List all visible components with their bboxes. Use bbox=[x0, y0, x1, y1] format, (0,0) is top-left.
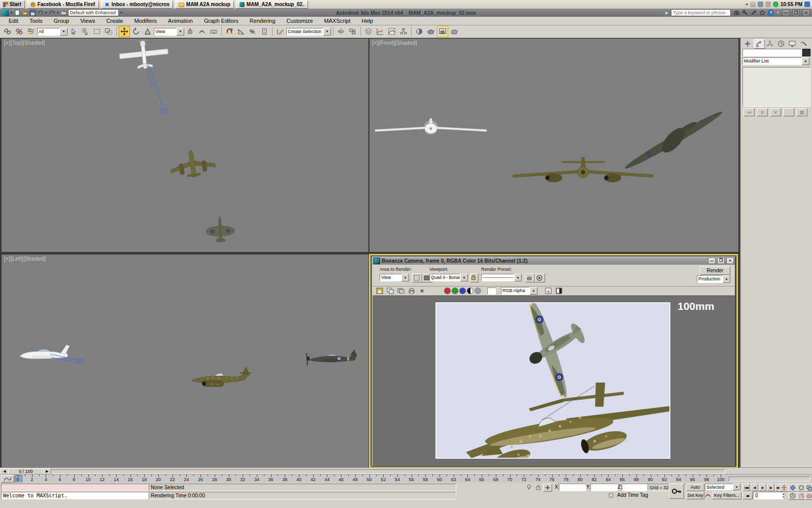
app-menu-arrow-icon[interactable]: ▼ bbox=[10, 11, 13, 14]
start-button[interactable]: Start bbox=[1, 1, 25, 9]
flag-icon[interactable] bbox=[750, 2, 756, 7]
menu-rendering[interactable]: Rendering bbox=[244, 18, 281, 24]
set-keys-button[interactable] bbox=[669, 484, 684, 499]
viewport-left[interactable]: [+][Left][Shaded] bbox=[1, 254, 369, 468]
absolute-offset-toggle-icon[interactable] bbox=[543, 484, 552, 492]
taskbar-button-0[interactable]: Facebook - Mozilla Firefox bbox=[27, 1, 99, 9]
undo-icon[interactable] bbox=[37, 10, 44, 16]
named-selection-dropdown[interactable]: Create Selection Se▼ bbox=[286, 28, 331, 36]
monochrome-channel-icon[interactable] bbox=[467, 288, 473, 294]
workspace-arrow-icon[interactable]: ▼ bbox=[120, 11, 123, 14]
set-key-button[interactable]: Set Key bbox=[686, 492, 704, 499]
previous-frame-icon[interactable]: ◀| bbox=[751, 484, 758, 491]
render-setup-icon[interactable] bbox=[425, 26, 436, 37]
selection-lock-icon[interactable] bbox=[534, 484, 542, 491]
percent-snap-toggle-icon[interactable]: % bbox=[247, 26, 258, 37]
save-image-icon[interactable] bbox=[375, 287, 384, 295]
select-and-scale-icon[interactable] bbox=[142, 26, 153, 37]
network-icon[interactable] bbox=[758, 2, 763, 7]
go-to-start-icon[interactable]: |◀◀ bbox=[742, 484, 750, 491]
pin-stack-button[interactable]: -∞ bbox=[743, 108, 755, 116]
menu-edit[interactable]: Edit bbox=[3, 18, 24, 24]
redo-list-arrow-icon[interactable]: ▼ bbox=[56, 11, 59, 14]
viewport-top[interactable]: [+][Top][Shaded] bbox=[1, 38, 369, 252]
graph-editors-icon[interactable] bbox=[375, 26, 386, 37]
menu-group[interactable]: Group bbox=[48, 18, 75, 24]
mirror-icon[interactable] bbox=[335, 26, 347, 37]
subscription-key-icon[interactable] bbox=[742, 10, 748, 16]
z-coordinate-field[interactable] bbox=[622, 484, 649, 491]
snaps-toggle-icon[interactable]: 3 bbox=[224, 26, 235, 37]
restore-button[interactable]: ❐ bbox=[792, 9, 800, 16]
maxscript-mini-listener[interactable] bbox=[1, 484, 150, 491]
help-icon[interactable]: ? bbox=[768, 10, 774, 16]
key-filters-button[interactable]: Key Filters... bbox=[712, 492, 741, 499]
schematic-view-icon[interactable] bbox=[398, 26, 409, 37]
select-by-name-icon[interactable] bbox=[80, 26, 91, 37]
rfw-titlebar[interactable]: Bonanza Camera, frame 0, RGBA Color 16 B… bbox=[373, 257, 735, 265]
remove-modifier-button[interactable]: ♢ bbox=[783, 108, 794, 116]
material-editor-icon[interactable] bbox=[414, 26, 425, 37]
add-time-tag[interactable]: Add Time Tag bbox=[616, 492, 650, 498]
menu-modifiers[interactable]: Modifiers bbox=[128, 18, 162, 24]
menu-tools[interactable]: Tools bbox=[24, 18, 48, 24]
clone-window-icon[interactable] bbox=[396, 287, 405, 295]
y-coordinate-field[interactable] bbox=[590, 484, 618, 491]
time-configuration-icon[interactable] bbox=[788, 492, 797, 500]
menu-animation[interactable]: Animation bbox=[162, 18, 198, 24]
tab-create[interactable] bbox=[742, 39, 753, 48]
rfw-viewport-dropdown[interactable]: Quad 4 - Bonanza▼ bbox=[429, 274, 468, 281]
environment-effects-button[interactable] bbox=[535, 273, 545, 282]
favorites-star-icon[interactable] bbox=[759, 10, 765, 16]
application-menu-button[interactable] bbox=[2, 10, 9, 16]
production-preset-dropdown[interactable]: Production▼ bbox=[697, 275, 730, 283]
tab-utilities[interactable] bbox=[798, 39, 808, 48]
project-folder-icon[interactable] bbox=[60, 10, 67, 16]
taskbar-button-3[interactable]: MAM_A2A_mockup_02... bbox=[236, 1, 308, 9]
close-button[interactable]: × bbox=[802, 9, 810, 16]
tab-display[interactable] bbox=[787, 39, 797, 48]
zoom-region-icon[interactable] bbox=[805, 492, 812, 500]
speaker-icon[interactable] bbox=[765, 2, 771, 7]
selection-filter-dropdown[interactable]: All▼ bbox=[37, 28, 67, 36]
spinner-snap-toggle-icon[interactable] bbox=[259, 26, 270, 37]
save-file-icon[interactable] bbox=[29, 10, 36, 16]
curve-editor-icon[interactable] bbox=[386, 26, 397, 37]
rectangular-selection-region-icon[interactable] bbox=[91, 26, 103, 37]
green-channel-icon[interactable] bbox=[452, 288, 458, 294]
unlink-selection-icon[interactable] bbox=[14, 26, 25, 37]
isolate-selection-icon[interactable] bbox=[525, 484, 533, 491]
select-and-move-icon[interactable] bbox=[119, 26, 130, 37]
next-frame-icon[interactable]: |▶ bbox=[767, 484, 774, 491]
tab-motion[interactable] bbox=[776, 39, 786, 48]
render-button[interactable]: Render bbox=[700, 266, 730, 275]
rendered-frame-window-icon[interactable] bbox=[437, 26, 448, 37]
zoom-extents-icon[interactable] bbox=[788, 484, 797, 492]
selection-set-dropdown[interactable]: Selected▼ bbox=[705, 484, 740, 490]
modifier-stack[interactable] bbox=[742, 67, 810, 107]
workspace-dropdown[interactable]: Default with Enhanced I bbox=[68, 9, 119, 16]
communication-center-icon[interactable] bbox=[751, 10, 757, 16]
menu-graph-editors[interactable]: Graph Editors bbox=[198, 18, 244, 24]
alpha-channel-icon[interactable] bbox=[475, 288, 481, 294]
align-icon[interactable] bbox=[347, 26, 358, 37]
rfw-close-button[interactable]: × bbox=[726, 258, 734, 264]
auto-key-button[interactable]: Auto Key bbox=[686, 484, 704, 491]
play-icon[interactable]: ▶ bbox=[759, 484, 766, 491]
menu-help[interactable]: Help bbox=[356, 18, 379, 24]
help-arrow-icon[interactable]: ▼ bbox=[776, 11, 780, 14]
render-production-icon[interactable] bbox=[449, 26, 460, 37]
select-and-manipulate-icon[interactable] bbox=[196, 26, 208, 37]
new-scene-icon[interactable] bbox=[14, 10, 21, 16]
layer-toggle-icon[interactable]: a bbox=[544, 287, 553, 295]
make-unique-button[interactable]: ⋎ bbox=[770, 108, 781, 116]
rfw-minimize-button[interactable]: — bbox=[708, 258, 716, 264]
maximize-viewport-toggle-icon[interactable] bbox=[805, 484, 812, 492]
pan-to-selected-icon[interactable] bbox=[780, 484, 789, 492]
current-frame-field[interactable]: 0 bbox=[753, 492, 784, 499]
tab-modify[interactable] bbox=[754, 39, 765, 49]
maxscript-listener-line[interactable]: Welcome to MAXScript. bbox=[1, 492, 150, 499]
rfw-maximize-button[interactable]: ❐ bbox=[717, 258, 725, 264]
show-desktop-icon[interactable] bbox=[804, 2, 810, 7]
modifier-list-dropdown[interactable]: Modifier List▼ bbox=[742, 57, 809, 65]
